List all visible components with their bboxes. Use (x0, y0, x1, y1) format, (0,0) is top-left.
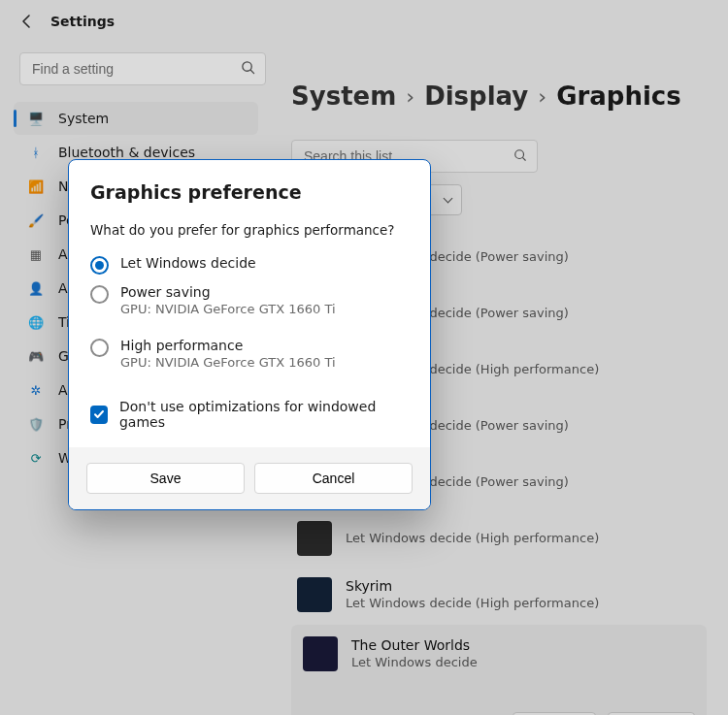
pref-option-power-saving[interactable]: Power savingGPU: NVIDIA GeForce GTX 1660… (90, 284, 409, 328)
option-sub: GPU: NVIDIA GeForce GTX 1660 Ti (120, 355, 336, 370)
option-sub: GPU: NVIDIA GeForce GTX 1660 Ti (120, 302, 336, 316)
dialog-title: Graphics preference (90, 181, 409, 203)
radio-icon (90, 256, 109, 275)
option-label: Let Windows decide (120, 255, 256, 271)
save-button[interactable]: Save (86, 463, 245, 494)
option-label: Power saving (120, 284, 336, 300)
pref-option-high-performance[interactable]: High performanceGPU: NVIDIA GeForce GTX … (90, 338, 409, 381)
option-label: High performance (120, 338, 336, 353)
windowed-optimizations-checkbox[interactable]: Don't use optimizations for windowed gam… (90, 399, 409, 430)
checkbox-checked-icon (90, 406, 108, 424)
pref-option-let-windows-decide[interactable]: Let Windows decide (90, 255, 409, 275)
radio-icon (90, 339, 109, 357)
radio-icon (90, 285, 109, 304)
checkbox-label: Don't use optimizations for windowed gam… (119, 399, 409, 430)
dialog-question: What do you prefer for graphics performa… (90, 222, 409, 238)
graphics-preference-dialog: Graphics preference What do you prefer f… (68, 159, 431, 510)
cancel-button[interactable]: Cancel (254, 463, 413, 494)
